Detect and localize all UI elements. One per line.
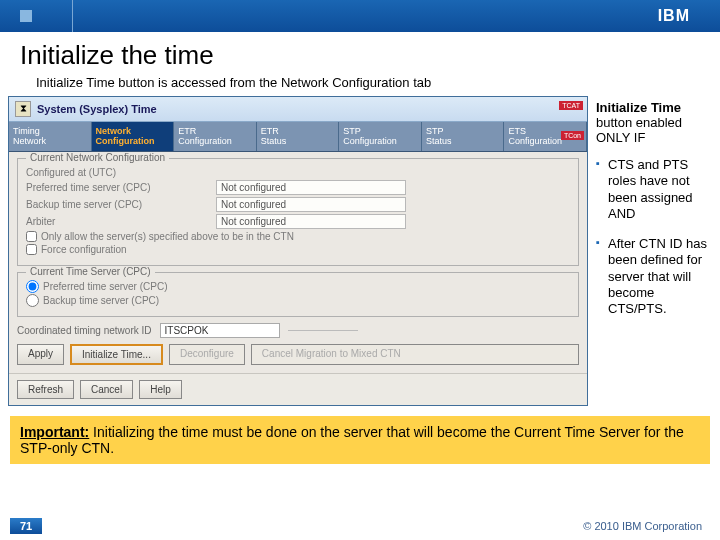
window-icon: ⧗ [15,101,31,117]
side-bullet-1: CTS and PTS roles have not been assigned… [596,157,716,222]
decor-separator [72,0,73,32]
side-heading-2: button enabled [596,115,716,130]
ctn-id-row: Coordinated timing network ID ITSCPOK [17,323,579,338]
window-titlebar: ⧗ System (Sysplex) Time TCAT [9,97,587,122]
check-force[interactable]: Force configuration [26,244,570,255]
important-callout: Important: Initializing the time must be… [10,416,710,464]
tab-strip: TimingNetwork NetworkConfiguration ETRCo… [9,122,587,152]
ctn-id-label: Coordinated timing network ID [17,325,152,336]
window-title: System (Sysplex) Time [37,103,157,115]
group-current-network: Current Network Configuration Configured… [17,158,579,266]
ctn-id-field[interactable]: ITSCPOK [160,323,280,338]
bottom-button-row: Refresh Cancel Help [9,373,587,405]
footer-line [52,526,573,527]
checkbox-only-allow[interactable] [26,231,37,242]
action-button-row: Apply Initialize Time... Deconfigure Can… [17,344,579,365]
checkbox-force[interactable] [26,244,37,255]
ctn-id-blank [288,330,358,331]
page-number: 71 [10,518,42,534]
decor-block [20,10,32,22]
badge-tcat: TCAT [559,101,583,110]
slide-top-bar: IBM [0,0,720,32]
tab-timing-network[interactable]: TimingNetwork [9,122,92,151]
radio-backup[interactable]: Backup time server (CPC) [26,294,570,307]
val-arbiter[interactable]: Not configured [216,214,406,229]
important-label: Important: [20,424,89,440]
cancel-button[interactable]: Cancel [80,380,133,399]
val-backup[interactable]: Not configured [216,197,406,212]
slide-subtitle: Initialize Time button is accessed from … [0,75,720,96]
slide-footer: 71 © 2010 IBM Corporation [0,518,720,534]
badge-tcon: TCon [561,131,584,140]
refresh-button[interactable]: Refresh [17,380,74,399]
group-title-cts: Current Time Server (CPC) [26,266,155,277]
radio-preferred-input[interactable] [26,280,39,293]
ibm-logo: IBM [658,7,690,25]
lbl-backup: Backup time server (CPC) [26,199,216,210]
tab-stp-status[interactable]: STPStatus [422,122,505,151]
tab-etr-configuration[interactable]: ETRConfiguration [174,122,257,151]
side-heading-3: ONLY IF [596,130,716,145]
group-current-time-server: Current Time Server (CPC) Preferred time… [17,272,579,317]
radio-preferred[interactable]: Preferred time server (CPC) [26,280,570,293]
cancel-migration-button[interactable]: Cancel Migration to Mixed CTN [251,344,579,365]
side-notes: Initialize Time button enabled ONLY IF C… [588,96,718,331]
side-bullet-2: After CTN ID has been defined for server… [596,236,716,317]
lbl-arbiter: Arbiter [26,216,216,227]
side-heading-1: Initialize Time [596,100,716,115]
initialize-time-button[interactable]: Initialize Time... [70,344,163,365]
slide-title: Initialize the time [0,32,720,75]
check-only-allow[interactable]: Only allow the server(s) specified above… [26,231,570,242]
panel-body: Current Network Configuration Configured… [9,152,587,373]
lbl-configured-at: Configured at (UTC) [26,167,216,178]
app-window: ⧗ System (Sysplex) Time TCAT TimingNetwo… [8,96,588,406]
tab-network-configuration[interactable]: NetworkConfiguration [92,122,175,151]
copyright: © 2010 IBM Corporation [583,520,702,532]
radio-backup-input[interactable] [26,294,39,307]
help-button[interactable]: Help [139,380,182,399]
tab-etr-status[interactable]: ETRStatus [257,122,340,151]
tab-stp-configuration[interactable]: STPConfiguration [339,122,422,151]
apply-button[interactable]: Apply [17,344,64,365]
lbl-preferred: Preferred time server (CPC) [26,182,216,193]
important-text: Initializing the time must be done on th… [20,424,684,456]
group-title-network: Current Network Configuration [26,152,169,163]
deconfigure-button[interactable]: Deconfigure [169,344,245,365]
val-preferred[interactable]: Not configured [216,180,406,195]
